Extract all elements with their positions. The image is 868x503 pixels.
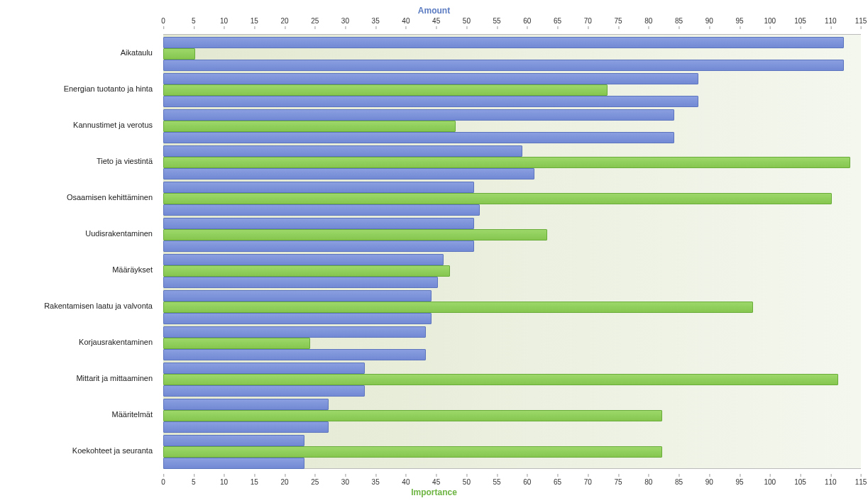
y-axis-label: Aikataulu bbox=[121, 48, 153, 57]
x-tick-bottom: 95 bbox=[735, 478, 743, 486]
x-tick-bottom: 100 bbox=[764, 478, 776, 486]
bar-amount-bottom bbox=[163, 96, 698, 107]
bar-amount-bottom bbox=[163, 313, 432, 324]
x-tick-bottom: 45 bbox=[432, 478, 440, 486]
bar-amount-top bbox=[163, 182, 474, 193]
x-tick-top: 45 bbox=[432, 17, 440, 25]
bar-importance bbox=[163, 229, 547, 241]
x-tick-top: 105 bbox=[794, 17, 806, 25]
x-tick-top: 10 bbox=[220, 17, 228, 25]
bar-amount-top bbox=[163, 290, 432, 302]
bar-amount-bottom bbox=[163, 204, 480, 216]
x-tick-top: 95 bbox=[735, 17, 743, 25]
bar-group bbox=[163, 361, 861, 397]
y-axis-label: Rakentamisen laatu ja valvonta bbox=[44, 302, 153, 310]
bar-amount-top bbox=[163, 363, 365, 374]
x-tick-bottom: 35 bbox=[372, 478, 380, 486]
x-tick-bottom: 5 bbox=[192, 478, 196, 486]
bar-group bbox=[163, 71, 861, 107]
bar-amount-bottom bbox=[163, 385, 365, 397]
bar-amount-top bbox=[163, 218, 474, 229]
y-axis-labels: AikatauluEnergian tuotanto ja hintaKannu… bbox=[0, 34, 160, 469]
bar-importance bbox=[163, 410, 662, 421]
y-axis-label: Koekohteet ja seuranta bbox=[72, 446, 153, 455]
x-axis-top: 0510152025303540455055606570758085909510… bbox=[163, 17, 861, 31]
x-tick-bottom: 55 bbox=[493, 478, 501, 486]
axis-title-top: Amount bbox=[0, 6, 868, 16]
x-tick-top: 0 bbox=[161, 17, 165, 25]
bar-group bbox=[163, 325, 861, 361]
x-tick-bottom: 10 bbox=[220, 478, 228, 486]
x-tick-bottom: 110 bbox=[825, 478, 837, 486]
chart-container: Amount Importance 0510152025303540455055… bbox=[0, 0, 868, 503]
bar-importance bbox=[163, 265, 450, 277]
x-tick-bottom: 65 bbox=[554, 478, 561, 486]
bar-amount-bottom bbox=[163, 421, 329, 433]
plot-area bbox=[163, 34, 861, 469]
x-tick-bottom: 70 bbox=[584, 478, 592, 486]
x-tick-top: 115 bbox=[855, 17, 867, 25]
bar-amount-top bbox=[163, 254, 444, 265]
x-tick-top: 35 bbox=[372, 17, 380, 25]
x-tick-bottom: 60 bbox=[523, 478, 531, 486]
x-tick-bottom: 85 bbox=[675, 478, 683, 486]
x-tick-bottom: 40 bbox=[402, 478, 410, 486]
bar-amount-top bbox=[163, 145, 522, 157]
y-axis-label: Kannustimet ja verotus bbox=[73, 121, 153, 129]
bar-importance bbox=[163, 48, 195, 60]
bar-group bbox=[163, 143, 861, 179]
bar-amount-top bbox=[163, 326, 426, 338]
y-axis-label: Määritelmät bbox=[112, 410, 153, 419]
bar-group bbox=[163, 397, 861, 433]
x-tick-bottom: 105 bbox=[794, 478, 806, 486]
bar-importance bbox=[163, 302, 753, 313]
bar-importance bbox=[163, 446, 662, 458]
bar-importance bbox=[163, 338, 310, 349]
x-tick-top: 20 bbox=[280, 17, 288, 25]
bar-amount-bottom bbox=[163, 458, 304, 469]
x-tick-bottom: 90 bbox=[705, 478, 713, 486]
y-axis-label: Tieto ja viestintä bbox=[97, 157, 153, 165]
x-tick-top: 5 bbox=[192, 17, 196, 25]
bar-amount-bottom bbox=[163, 132, 674, 143]
bar-amount-bottom bbox=[163, 60, 844, 71]
x-tick-top: 50 bbox=[463, 17, 471, 25]
x-tick-top: 80 bbox=[644, 17, 652, 25]
bar-group bbox=[163, 433, 861, 470]
bar-amount-bottom bbox=[163, 168, 534, 179]
x-tick-bottom: 20 bbox=[280, 478, 288, 486]
y-axis-label: Uudisrakentaminen bbox=[85, 229, 153, 238]
x-tick-top: 65 bbox=[554, 17, 561, 25]
bar-importance bbox=[163, 84, 608, 96]
x-tick-bottom: 25 bbox=[311, 478, 319, 486]
x-tick-bottom: 50 bbox=[463, 478, 471, 486]
bar-amount-top bbox=[163, 37, 844, 48]
x-tick-top: 25 bbox=[311, 17, 319, 25]
y-axis-label: Määräykset bbox=[112, 265, 153, 274]
x-tick-top: 15 bbox=[251, 17, 258, 25]
x-tick-bottom: 115 bbox=[855, 478, 867, 486]
bar-importance bbox=[163, 157, 850, 168]
y-axis-label: Korjausrakentaminen bbox=[79, 338, 153, 346]
bar-amount-top bbox=[163, 73, 698, 84]
bar-importance bbox=[163, 193, 832, 204]
y-axis-label: Osaamisen kehittäminen bbox=[67, 193, 153, 201]
x-tick-top: 110 bbox=[825, 17, 837, 25]
x-tick-bottom: 80 bbox=[644, 478, 652, 486]
bar-amount-bottom bbox=[163, 349, 426, 360]
bar-amount-top bbox=[163, 399, 329, 410]
bar-amount-bottom bbox=[163, 241, 474, 252]
y-axis-label: Energian tuotanto ja hinta bbox=[64, 84, 153, 93]
x-tick-top: 60 bbox=[523, 17, 531, 25]
bar-amount-top bbox=[163, 435, 304, 446]
bar-importance bbox=[163, 374, 838, 385]
x-tick-top: 75 bbox=[615, 17, 622, 25]
bar-group bbox=[163, 107, 861, 143]
bar-group bbox=[163, 289, 861, 325]
x-tick-bottom: 0 bbox=[161, 478, 165, 486]
x-axis-bottom: 0510152025303540455055606570758085909510… bbox=[163, 472, 861, 486]
bar-importance bbox=[163, 121, 456, 132]
bar-group bbox=[163, 35, 861, 71]
bar-amount-bottom bbox=[163, 277, 438, 288]
axis-title-bottom: Importance bbox=[0, 487, 868, 497]
